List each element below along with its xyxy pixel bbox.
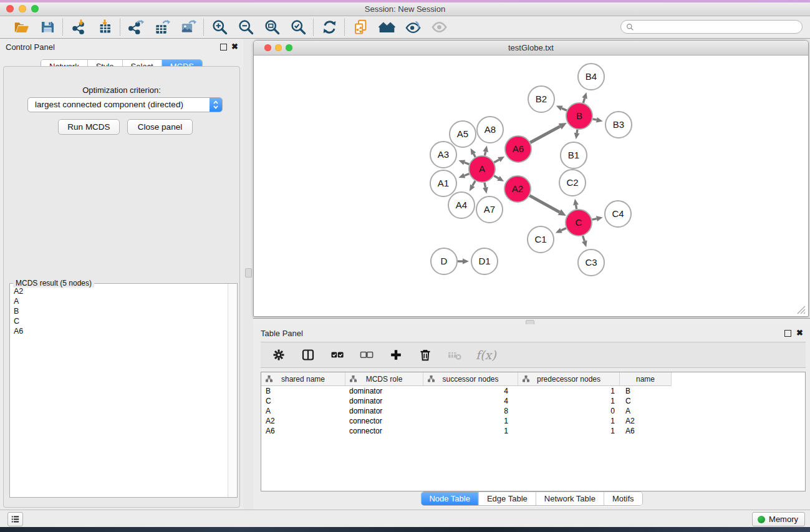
graph-node-A1[interactable]: A1 (430, 170, 456, 196)
table-cell[interactable]: C (261, 397, 345, 405)
tab-network-table[interactable]: Network Table (536, 492, 604, 505)
memory-button[interactable]: Memory (752, 512, 805, 526)
table-cell[interactable]: dominator (345, 407, 423, 415)
table-cell[interactable]: A (261, 407, 345, 415)
column-header-shared-name[interactable]: shared name (261, 372, 345, 386)
graph-node-A[interactable]: A (469, 156, 495, 182)
zoom-fit-button[interactable] (263, 18, 281, 37)
add-column-button[interactable] (388, 347, 404, 363)
import-table-button[interactable] (95, 18, 114, 37)
float-window-icon[interactable] (784, 330, 791, 337)
graph-node-B3[interactable]: B3 (605, 112, 632, 138)
function-builder-button[interactable]: f(x) (476, 348, 496, 362)
open-file-button[interactable] (12, 18, 31, 37)
splitter-handle[interactable] (245, 268, 252, 278)
table-cell[interactable]: A2 (261, 417, 345, 425)
table-row[interactable]: A6connector11A6 (261, 426, 805, 436)
result-item[interactable]: C (10, 316, 228, 326)
table-cell[interactable]: 1 (423, 427, 518, 435)
table-row[interactable]: Adominator80A (261, 406, 805, 416)
table-cell[interactable]: 1 (518, 417, 620, 425)
table-cell[interactable]: A2 (620, 417, 672, 425)
table-cell[interactable]: 4 (423, 387, 518, 395)
table-cell[interactable]: 1 (518, 387, 620, 395)
table-cell[interactable]: A6 (261, 427, 345, 435)
delete-table-button[interactable] (446, 347, 463, 363)
graph-node-C1[interactable]: C1 (528, 226, 554, 253)
close-panel-icon[interactable]: ✖ (796, 329, 803, 337)
float-window-icon[interactable] (220, 44, 227, 51)
export-table-button[interactable] (153, 18, 171, 37)
result-scrollbar[interactable] (228, 284, 237, 497)
import-network-button[interactable] (69, 18, 88, 37)
tab-motifs[interactable]: Motifs (604, 492, 642, 505)
graph-node-C3[interactable]: C3 (578, 249, 604, 276)
result-item[interactable]: B (10, 306, 228, 316)
mcds-result-list[interactable]: A2ABCA6 (10, 286, 228, 497)
graph-node-A3[interactable]: A3 (430, 142, 456, 168)
run-mcds-button[interactable]: Run MCDS (58, 119, 120, 135)
table-cell[interactable]: 1 (423, 417, 518, 425)
unselect-all-checkboxes-button[interactable] (359, 347, 375, 363)
column-header-predecessor-nodes[interactable]: predecessor nodes (518, 372, 620, 386)
graph-node-B4[interactable]: B4 (578, 64, 604, 90)
graph-node-B2[interactable]: B2 (528, 86, 554, 112)
toggle-panel-columns-button[interactable] (300, 347, 316, 363)
table-cell[interactable]: A6 (620, 427, 672, 435)
export-image-button[interactable] (179, 18, 198, 37)
column-header-name[interactable]: name (620, 372, 672, 386)
table-row[interactable]: A2connector11A2 (261, 416, 805, 426)
table-cell[interactable]: connector (345, 417, 423, 425)
show-panels-button[interactable] (7, 512, 23, 526)
table-cell[interactable]: C (620, 397, 672, 405)
table-cell[interactable]: 0 (518, 407, 620, 415)
save-session-button[interactable] (38, 18, 57, 37)
zoom-in-button[interactable] (210, 18, 229, 37)
graph-node-B1[interactable]: B1 (561, 142, 587, 168)
optimization-criterion-select[interactable]: largest connected component (directed) (27, 97, 223, 112)
select-all-checkboxes-button[interactable] (329, 347, 345, 363)
table-cell[interactable]: A (620, 407, 672, 415)
table-cell[interactable]: B (261, 387, 345, 395)
vertical-splitter[interactable] (243, 39, 253, 510)
hide-graphics-details-button[interactable] (430, 18, 448, 37)
table-cell[interactable]: 1 (518, 397, 620, 405)
table-cell[interactable]: B (620, 387, 672, 395)
delete-column-button[interactable] (417, 347, 433, 363)
table-row[interactable]: Bdominator41B (261, 386, 805, 396)
table-cell[interactable]: 4 (423, 397, 518, 405)
table-row[interactable]: Cdominator41C (261, 396, 805, 406)
table-cell[interactable]: dominator (345, 397, 423, 405)
graph-node-C4[interactable]: C4 (605, 201, 631, 227)
graph-node-A6[interactable]: A6 (505, 136, 531, 162)
zoom-out-button[interactable] (236, 18, 255, 37)
table-cell[interactable]: 8 (423, 407, 518, 415)
graph-node-A8[interactable]: A8 (477, 117, 503, 143)
search-box[interactable] (620, 20, 803, 34)
graph-node-D1[interactable]: D1 (471, 248, 498, 274)
show-graphics-details-button[interactable] (403, 18, 422, 37)
resize-grip-icon[interactable] (795, 304, 806, 315)
close-panel-button[interactable]: Close panel (127, 119, 193, 135)
export-network-button[interactable] (127, 18, 145, 37)
graph-node-A5[interactable]: A5 (450, 121, 476, 147)
result-item[interactable]: A (10, 296, 228, 306)
graph-node-A7[interactable]: A7 (476, 196, 503, 223)
table-cell[interactable]: connector (345, 427, 423, 435)
table-cell[interactable]: dominator (345, 387, 423, 395)
column-header-successor-nodes[interactable]: successor nodes (423, 372, 518, 386)
new-network-from-selection-button[interactable] (351, 18, 370, 37)
column-header-mcds-role[interactable]: MCDS role (345, 372, 423, 386)
first-neighbors-button[interactable] (377, 18, 396, 37)
network-canvas[interactable]: B4B2BB3A5A8A6B1A3AC2A1A2A4A7C4CC1C3DD1 (254, 56, 808, 316)
graph-node-A2[interactable]: A2 (504, 176, 531, 202)
refresh-layout-button[interactable] (320, 18, 339, 37)
tab-edge-table[interactable]: Edge Table (478, 492, 536, 505)
graph-node-A4[interactable]: A4 (448, 192, 475, 218)
result-item[interactable]: A6 (10, 326, 228, 336)
graph-node-C[interactable]: C (566, 210, 592, 236)
table-settings-button[interactable] (271, 347, 287, 363)
graph-node-B[interactable]: B (566, 103, 592, 129)
graph-node-C2[interactable]: C2 (559, 170, 586, 196)
close-panel-icon[interactable]: ✖ (231, 43, 238, 51)
